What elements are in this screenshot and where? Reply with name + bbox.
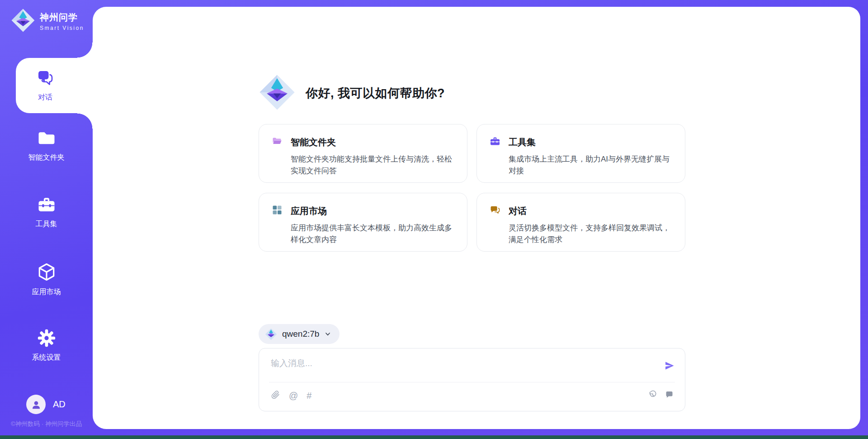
card-description: 智能文件夹功能支持批量文件上传与清洗，轻松实现文件问答 bbox=[291, 153, 454, 177]
sidebar-item-label: 对话 bbox=[38, 93, 52, 102]
brand-name: 神州问学 bbox=[40, 11, 84, 24]
attach-file-button[interactable] bbox=[271, 391, 280, 401]
sidebar-item-app-market[interactable]: 应用市场 bbox=[0, 262, 93, 296]
folder-icon bbox=[37, 129, 56, 149]
chevron-down-icon bbox=[324, 330, 331, 338]
message-input[interactable] bbox=[271, 358, 646, 368]
sidebar-item-label: 系统设置 bbox=[32, 353, 61, 363]
quick-chat-button[interactable] bbox=[665, 391, 674, 401]
history-button[interactable] bbox=[648, 391, 657, 401]
diamond-logo-icon bbox=[11, 8, 35, 34]
gear-icon bbox=[38, 329, 56, 349]
paperclip-icon bbox=[271, 390, 280, 401]
model-selector[interactable]: qwen2:7b bbox=[259, 324, 340, 344]
sidebar-item-toolset[interactable]: 工具集 bbox=[0, 196, 93, 229]
sidebar-item-label: 智能文件夹 bbox=[28, 153, 65, 162]
sidebar-item-label: 工具集 bbox=[36, 220, 57, 229]
chat-bubble-icon bbox=[490, 205, 500, 217]
main-panel: 你好, 我可以如何帮助你? 智能文件夹 智能文件夹功能支持批量文件上传与清洗，轻… bbox=[93, 7, 860, 429]
card-description: 集成市场上主流工具，助力AI与外界无缝扩展与对接 bbox=[509, 153, 672, 177]
card-smart-folder[interactable]: 智能文件夹 智能文件夹功能支持批量文件上传与清洗，轻松实现文件问答 bbox=[259, 124, 467, 183]
user-profile[interactable]: AD bbox=[26, 395, 66, 414]
card-title: 应用市场 bbox=[291, 205, 327, 217]
message-composer: @ # bbox=[259, 348, 685, 411]
app-background: 神州问学 Smart Vision 对话 智能文件夹 bbox=[0, 0, 868, 435]
user-name: AD bbox=[53, 399, 66, 410]
sidebar-footer-text: ©神州数码 · 神州问学出品 bbox=[0, 420, 93, 428]
card-app-market[interactable]: 应用市场 应用市场提供丰富长文本模板，助力高效生成多样化文章内容 bbox=[259, 193, 467, 252]
user-avatar-icon bbox=[26, 395, 46, 414]
diamond-logo-icon bbox=[265, 328, 277, 340]
model-name: qwen2:7b bbox=[282, 329, 319, 339]
sidebar-item-label: 应用市场 bbox=[32, 287, 61, 297]
card-description: 应用市场提供丰富长文本模板，助力高效生成多样化文章内容 bbox=[291, 222, 454, 246]
send-plane-icon bbox=[664, 366, 675, 372]
card-title: 对话 bbox=[509, 205, 527, 217]
send-button[interactable] bbox=[664, 360, 675, 371]
card-title: 工具集 bbox=[509, 136, 536, 148]
hash-icon[interactable]: # bbox=[307, 391, 311, 401]
greeting-header: 你好, 我可以如何帮助你? bbox=[259, 74, 445, 113]
card-toolset[interactable]: 工具集 集成市场上主流工具，助力AI与外界无缝扩展与对接 bbox=[476, 124, 685, 183]
feature-cards: 智能文件夹 智能文件夹功能支持批量文件上传与清洗，轻松实现文件问答 bbox=[259, 124, 685, 252]
card-description: 灵活切换多模型文件，支持多样回复效果调试，满足个性化需求 bbox=[509, 222, 672, 246]
sidebar: 神州问学 Smart Vision 对话 智能文件夹 bbox=[0, 0, 93, 435]
greeting-title: 你好, 我可以如何帮助你? bbox=[306, 85, 445, 101]
folder-open-icon bbox=[272, 136, 283, 148]
brand-subtitle: Smart Vision bbox=[40, 25, 84, 31]
card-title: 智能文件夹 bbox=[291, 136, 336, 148]
at-icon[interactable]: @ bbox=[289, 391, 298, 401]
sidebar-item-chat[interactable]: 对话 bbox=[16, 58, 93, 113]
chat-bubbles-icon bbox=[36, 69, 54, 89]
sidebar-item-smart-folder[interactable]: 智能文件夹 bbox=[0, 129, 93, 163]
sidebar-item-settings[interactable]: 系统设置 bbox=[0, 329, 93, 363]
briefcase-icon bbox=[490, 136, 500, 148]
cube-icon bbox=[37, 262, 56, 283]
history-clock-icon bbox=[648, 390, 657, 401]
card-chat[interactable]: 对话 灵活切换多模型文件，支持多样回复效果调试，满足个性化需求 bbox=[476, 193, 685, 252]
grid-icon bbox=[272, 205, 283, 217]
chat-filled-icon bbox=[665, 390, 674, 401]
bottom-edge-bar bbox=[0, 435, 868, 439]
briefcase-icon bbox=[37, 196, 56, 215]
brand-logo: 神州问学 Smart Vision bbox=[11, 8, 84, 34]
diamond-logo-icon bbox=[259, 74, 296, 113]
